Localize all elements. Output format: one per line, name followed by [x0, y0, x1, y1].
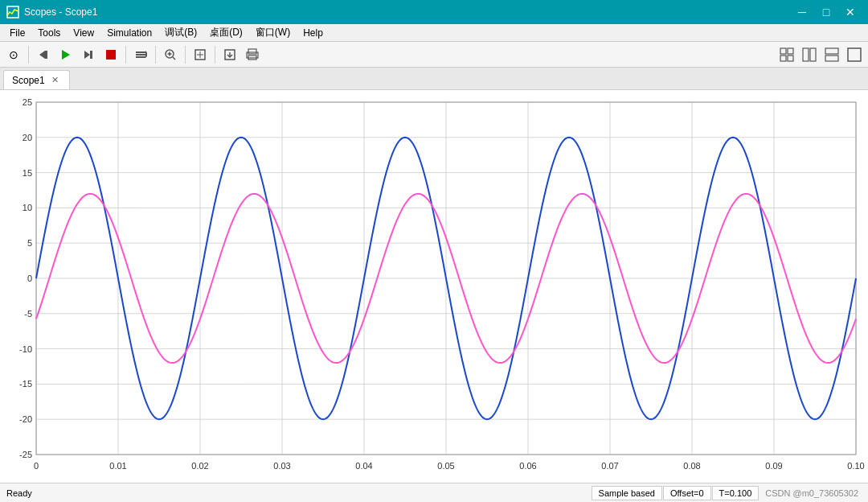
- status-offset: Offset=0: [663, 486, 711, 500]
- menu-view[interactable]: View: [67, 26, 100, 40]
- tab-scope1-close[interactable]: ✕: [50, 75, 61, 86]
- svg-rect-2: [45, 51, 47, 59]
- close-button[interactable]: ✕: [839, 4, 862, 20]
- svg-rect-20: [248, 49, 256, 54]
- toolbar-split-h-btn[interactable]: [821, 44, 842, 65]
- svg-rect-29: [825, 48, 838, 54]
- svg-marker-4: [84, 51, 90, 59]
- svg-rect-9: [136, 56, 145, 58]
- svg-rect-31: [848, 48, 861, 61]
- scope-plot: [0, 90, 868, 483]
- menu-simulation[interactable]: Simulation: [100, 26, 158, 40]
- svg-rect-6: [106, 50, 116, 60]
- toolbar-sep-2: [125, 46, 126, 64]
- svg-rect-28: [810, 48, 816, 61]
- menu-file[interactable]: File: [3, 26, 31, 40]
- toolbar-back-btn[interactable]: [33, 44, 54, 65]
- svg-rect-23: [780, 48, 786, 54]
- svg-marker-3: [62, 50, 70, 60]
- menubar: File Tools View Simulation 调试(B) 桌面(D) 窗…: [0, 24, 868, 42]
- svg-rect-7: [136, 51, 145, 53]
- toolbar-step-btn[interactable]: [78, 44, 99, 65]
- svg-rect-8: [136, 54, 145, 56]
- toolbar-split-v-btn[interactable]: [799, 44, 820, 65]
- status-sample-based: Sample based: [592, 486, 662, 500]
- svg-line-14: [173, 57, 175, 60]
- svg-rect-27: [803, 48, 809, 61]
- csdn-credit: CSDN @m0_73605302: [765, 488, 862, 498]
- svg-rect-30: [825, 56, 838, 61]
- toolbar-sep-4: [185, 46, 186, 64]
- toolbar-sep-3: [155, 46, 156, 64]
- menu-window[interactable]: 窗口(W): [249, 24, 297, 41]
- toolbar-sep-1: [28, 46, 29, 64]
- toolbar-settings-btn[interactable]: ⊙: [3, 44, 24, 65]
- toolbar-play-btn[interactable]: [55, 44, 76, 65]
- toolbar-format-btn[interactable]: [130, 44, 151, 65]
- svg-rect-26: [788, 56, 793, 61]
- status-time: T=0.100: [712, 486, 760, 500]
- statusbar-right: Sample based Offset=0 T=0.100: [592, 486, 760, 500]
- toolbar-grid-btn[interactable]: [776, 44, 797, 65]
- toolbar-zoom-in-btn[interactable]: [160, 44, 181, 65]
- toolbar-fit-btn[interactable]: [190, 44, 211, 65]
- menu-desktop[interactable]: 桌面(D): [203, 24, 249, 41]
- window-title: Scopes - Scope1: [24, 6, 791, 18]
- window-controls: ─ □ ✕: [791, 4, 862, 20]
- svg-marker-1: [39, 51, 45, 59]
- menu-help[interactable]: Help: [297, 26, 330, 40]
- toolbar-print-btn[interactable]: [242, 44, 263, 65]
- svg-rect-24: [788, 48, 793, 54]
- minimize-button[interactable]: ─: [791, 4, 813, 20]
- toolbar-single-btn[interactable]: [844, 44, 865, 65]
- toolbar-save-btn[interactable]: [219, 44, 240, 65]
- tabbar: Scope1 ✕: [0, 68, 868, 90]
- status-ready: Ready: [6, 488, 592, 498]
- toolbar-sep-5: [215, 46, 215, 64]
- app-icon: [6, 6, 19, 19]
- statusbar: Ready Sample based Offset=0 T=0.100 CSDN…: [0, 483, 868, 502]
- svg-rect-5: [90, 51, 92, 59]
- svg-marker-10: [145, 51, 147, 58]
- tab-scope1-label: Scope1: [12, 75, 45, 86]
- toolbar-right: [776, 44, 865, 65]
- maximize-button[interactable]: □: [815, 4, 837, 20]
- svg-rect-25: [780, 56, 786, 61]
- menu-tools[interactable]: Tools: [31, 26, 67, 40]
- titlebar: Scopes - Scope1 ─ □ ✕: [0, 0, 868, 24]
- menu-debug[interactable]: 调试(B): [158, 24, 203, 41]
- tab-scope1[interactable]: Scope1 ✕: [3, 70, 70, 89]
- toolbar: ⊙: [0, 42, 868, 68]
- toolbar-stop-btn[interactable]: [100, 44, 121, 65]
